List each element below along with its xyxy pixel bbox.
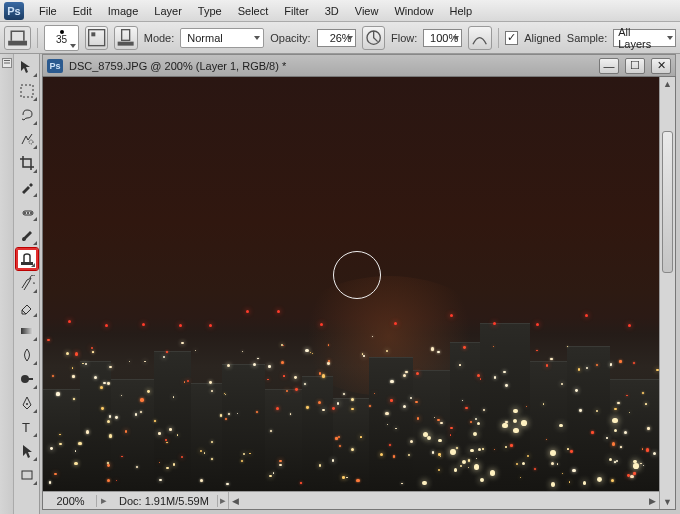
menu-file[interactable]: File [32, 3, 64, 19]
menubar: Ps File Edit Image Layer Type Select Fil… [0, 0, 680, 22]
marquee-tool[interactable] [16, 80, 38, 102]
menu-type[interactable]: Type [191, 3, 229, 19]
svg-point-9 [24, 212, 26, 214]
svg-rect-12 [21, 262, 33, 265]
clone-source-panel-toggle[interactable] [114, 26, 137, 50]
opacity-pressure-toggle[interactable] [362, 26, 385, 50]
mode-label: Mode: [144, 32, 175, 44]
menu-select[interactable]: Select [231, 3, 276, 19]
opacity-label: Opacity: [270, 32, 310, 44]
svg-rect-18 [22, 471, 32, 479]
gradient-tool[interactable] [16, 320, 38, 342]
svg-point-10 [27, 212, 29, 214]
status-bar: 200% ▸ Doc: 1.91M/5.59M ▸ ◀▶ [43, 491, 659, 509]
horizontal-scrollbar[interactable]: ◀▶ [228, 492, 659, 509]
menu-view[interactable]: View [348, 3, 386, 19]
minimize-button[interactable]: — [599, 58, 619, 74]
mode-dropdown[interactable]: Normal [180, 28, 264, 48]
flow-field[interactable]: 100% [423, 29, 462, 47]
airbrush-toggle[interactable] [468, 26, 491, 50]
vscroll-thumb[interactable] [662, 131, 673, 272]
zoom-field[interactable]: 200% [43, 495, 97, 507]
maximize-button[interactable]: ☐ [625, 58, 645, 74]
brush-preset-picker[interactable]: 35 [44, 25, 79, 51]
svg-text:T: T [22, 420, 30, 435]
menu-filter[interactable]: Filter [277, 3, 315, 19]
svg-rect-3 [118, 41, 134, 45]
document-title: DSC_8759.JPG @ 200% (Layer 1, RGB/8) * [69, 60, 286, 72]
quick-select-tool[interactable] [16, 128, 38, 150]
svg-rect-1 [89, 30, 105, 46]
status-flyout-icon[interactable]: ▸ [97, 494, 111, 507]
menu-edit[interactable]: Edit [66, 3, 99, 19]
doc-info[interactable]: Doc: 1.91M/5.59M [111, 495, 218, 507]
clone-stamp-tool[interactable] [16, 248, 38, 270]
app-logo: Ps [4, 2, 24, 20]
options-bar: 35 Mode: Normal Opacity: 26% Flow: 100% … [0, 22, 680, 54]
collapse-gutter[interactable] [0, 54, 14, 514]
aligned-checkbox[interactable]: ✓ [505, 31, 519, 45]
svg-point-7 [29, 140, 33, 144]
sample-dropdown[interactable]: All Layers [613, 29, 676, 47]
close-button[interactable]: ✕ [651, 58, 671, 74]
svg-rect-0 [8, 41, 27, 46]
svg-point-16 [26, 403, 28, 405]
document-titlebar: Ps DSC_8759.JPG @ 200% (Layer 1, RGB/8) … [42, 54, 676, 76]
type-tool[interactable]: T [16, 416, 38, 438]
aligned-label: Aligned [524, 32, 561, 44]
menu-window[interactable]: Window [387, 3, 440, 19]
expand-icon [2, 58, 12, 68]
dodge-tool[interactable] [16, 368, 38, 390]
blur-tool[interactable] [16, 344, 38, 366]
doc-info-flyout-icon[interactable]: ▸ [218, 494, 228, 507]
sample-label: Sample: [567, 32, 607, 44]
move-tool[interactable] [16, 56, 38, 78]
svg-point-11 [30, 212, 32, 214]
eraser-tool[interactable] [16, 296, 38, 318]
brush-panel-toggle[interactable] [85, 26, 108, 50]
flow-label: Flow: [391, 32, 417, 44]
menu-image[interactable]: Image [101, 3, 146, 19]
pen-tool[interactable] [16, 392, 38, 414]
rectangle-tool[interactable] [16, 464, 38, 486]
menu-layer[interactable]: Layer [147, 3, 189, 19]
canvas-frame: /* lights added via JS below for brevity… [42, 76, 676, 510]
document-area: Ps DSC_8759.JPG @ 200% (Layer 1, RGB/8) … [40, 54, 680, 514]
menu-help[interactable]: Help [443, 3, 480, 19]
brush-tool[interactable] [16, 224, 38, 246]
ps-file-icon: Ps [47, 59, 63, 73]
vertical-scrollbar[interactable]: ▲ ▼ [659, 77, 675, 509]
spot-heal-tool[interactable] [16, 200, 38, 222]
svg-rect-6 [21, 85, 33, 97]
svg-rect-4 [122, 30, 130, 41]
city-lights [43, 77, 659, 491]
toolbox: T [14, 54, 40, 514]
history-brush-tool[interactable] [16, 272, 38, 294]
eyedropper-tool[interactable] [16, 176, 38, 198]
menu-3d[interactable]: 3D [318, 3, 346, 19]
opacity-field[interactable]: 26% [317, 29, 356, 47]
lasso-tool[interactable] [16, 104, 38, 126]
svg-point-14 [21, 375, 29, 383]
crop-tool[interactable] [16, 152, 38, 174]
svg-rect-13 [21, 328, 33, 334]
path-select-tool[interactable] [16, 440, 38, 462]
svg-rect-2 [91, 32, 95, 36]
tool-preset-picker[interactable] [4, 26, 31, 50]
svg-rect-15 [28, 378, 33, 380]
canvas[interactable]: /* lights added via JS below for brevity… [43, 77, 659, 491]
